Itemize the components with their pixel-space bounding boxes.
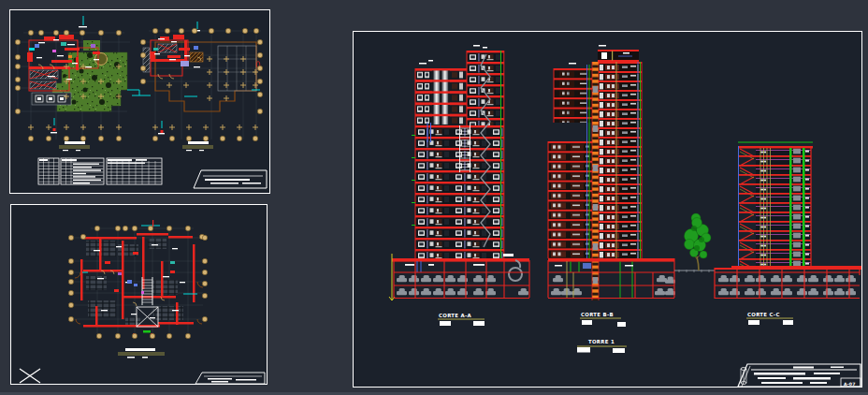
sheet-number: A-07 — [844, 382, 856, 387]
tree-foliage — [685, 213, 712, 258]
tower-b-upper-left-wing — [554, 68, 592, 123]
tree-trunk — [697, 256, 699, 271]
section-corte-cc — [715, 142, 861, 299]
schedule-table-2 — [61, 158, 104, 184]
green-shaft — [789, 148, 792, 268]
section-corte-bb — [548, 45, 675, 300]
scale-bar-plan-1 — [59, 141, 90, 151]
garage-block — [32, 93, 71, 105]
terrace-crosses — [166, 56, 258, 101]
datum-mark — [53, 128, 56, 131]
viewport-typical-floor-plan[interactable] — [10, 204, 268, 385]
scale-bar — [118, 348, 165, 358]
title-block-text-bars — [754, 367, 844, 385]
viewport-building-sections[interactable]: CORTE A-A CORTE B-B TORRE 1 CORTE C-C — [353, 31, 862, 388]
title-block — [194, 170, 267, 188]
cylinder-column — [442, 70, 449, 124]
tower-a-upper-right — [467, 51, 504, 125]
tree — [685, 213, 712, 271]
elevator-core — [592, 62, 599, 300]
floor-plans-drawing — [10, 10, 269, 193]
ground-slab — [392, 258, 529, 262]
apartment-plan — [75, 220, 203, 336]
label-corte-aa: CORTE A-A — [439, 313, 471, 318]
green-shaft — [803, 148, 805, 268]
section-labels: CORTE A-A CORTE B-B TORRE 1 CORTE C-C — [438, 312, 793, 354]
viewport-floor-plans-top[interactable] — [9, 9, 270, 194]
scale-bar-plan-2 — [182, 141, 213, 151]
tower-b-lower-left-wing — [548, 141, 592, 258]
cylinder-column — [434, 70, 441, 124]
ramp-spiral — [509, 268, 522, 281]
label-corte-cc: CORTE C-C — [747, 312, 780, 317]
schedule-table-3 — [107, 158, 162, 184]
cad-drawing-sheet: CORTE A-A CORTE B-B TORRE 1 CORTE C-C — [0, 0, 868, 395]
section-corte-aa — [389, 45, 529, 300]
floor-plan-terrace-level — [143, 22, 260, 134]
floor-plan-with-garden — [27, 16, 151, 133]
label-corte-bb: CORTE B-B — [581, 312, 614, 317]
title-block — [195, 373, 265, 384]
label-torre-1: TORRE 1 — [588, 339, 615, 344]
building-sections-drawing: CORTE A-A CORTE B-B TORRE 1 CORTE C-C — [354, 32, 861, 387]
tower-b-roof-block — [569, 45, 639, 65]
title-block: A-07 — [738, 364, 861, 387]
ground-slab — [731, 266, 861, 270]
typical-floor-plan-drawing — [11, 205, 267, 384]
logo-cylinder-icon — [741, 368, 746, 385]
column-hatch-blocks — [30, 70, 58, 89]
schedule-table-1 — [38, 158, 59, 184]
tower-b-right-wing — [599, 62, 642, 258]
ucs-x-marker — [20, 369, 40, 383]
